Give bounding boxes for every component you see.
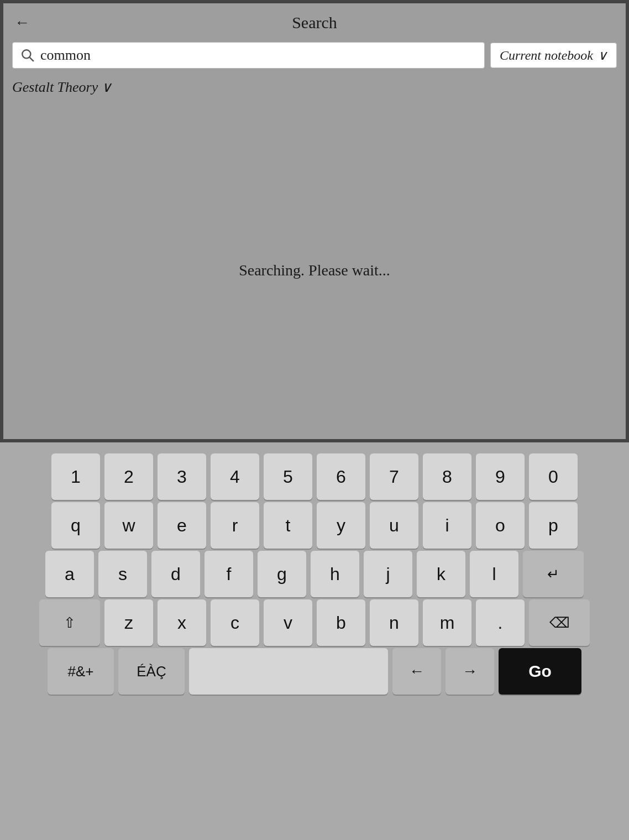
back-button[interactable]: ← (14, 14, 30, 32)
search-input[interactable] (40, 47, 476, 64)
search-bar-row: Current notebook ∨ (3, 42, 626, 75)
key-j[interactable]: j (364, 551, 412, 597)
search-input-wrapper[interactable] (12, 42, 485, 69)
status-area: Searching. Please wait... (3, 101, 626, 439)
key-r[interactable]: r (211, 502, 259, 549)
keyboard-row-numbers: 1 2 3 4 5 6 7 8 9 0 (6, 453, 623, 500)
key-e[interactable]: e (158, 502, 206, 549)
key-x[interactable]: x (158, 599, 206, 646)
notebook-selector[interactable]: Current notebook ∨ (490, 43, 617, 68)
key-9[interactable]: 9 (476, 453, 525, 500)
key-t[interactable]: t (264, 502, 312, 549)
key-n[interactable]: n (370, 599, 418, 646)
shift-key[interactable]: ⇧ (39, 599, 100, 646)
key-i[interactable]: i (423, 502, 471, 549)
key-a[interactable]: a (45, 551, 94, 597)
keyboard-row-asdf: a s d f g h j k l ↵ (6, 551, 623, 597)
accents-key[interactable]: ÉÀÇ (118, 648, 185, 695)
key-g[interactable]: g (258, 551, 306, 597)
key-d[interactable]: d (151, 551, 200, 597)
keyboard-row-zxcv: ⇧ z x c v b n m . ⌫ (6, 599, 623, 646)
key-z[interactable]: z (104, 599, 153, 646)
filter-row: Gestalt Theory ∨ (3, 75, 626, 101)
key-p[interactable]: p (529, 502, 578, 549)
filter-chevron-icon: ∨ (101, 79, 112, 96)
key-m[interactable]: m (423, 599, 471, 646)
key-b[interactable]: b (317, 599, 365, 646)
notebook-selector-label: Current notebook (500, 48, 593, 63)
filter-label-text: Gestalt Theory (12, 79, 98, 96)
key-0[interactable]: 0 (529, 453, 578, 500)
key-4[interactable]: 4 (211, 453, 259, 500)
back-icon: ← (14, 14, 30, 32)
symbols-key[interactable]: #&+ (48, 648, 114, 695)
app-screen: ← Search Current notebook ∨ Gestalt Theo… (0, 0, 629, 442)
key-w[interactable]: w (104, 502, 153, 549)
space-key[interactable] (189, 648, 388, 695)
arrow-left-key[interactable]: ← (392, 648, 441, 695)
key-s[interactable]: s (98, 551, 147, 597)
keyboard-row-bottom: #&+ ÉÀÇ ← → Go (6, 648, 623, 695)
key-c[interactable]: c (211, 599, 259, 646)
key-period[interactable]: . (476, 599, 525, 646)
key-f[interactable]: f (205, 551, 253, 597)
backspace-key[interactable]: ⌫ (529, 599, 590, 646)
key-h[interactable]: h (311, 551, 359, 597)
enter-key[interactable]: ↵ (523, 551, 584, 597)
key-7[interactable]: 7 (370, 453, 418, 500)
key-q[interactable]: q (51, 502, 100, 549)
notebook-filter[interactable]: Gestalt Theory ∨ (12, 79, 112, 96)
go-button[interactable]: Go (499, 648, 581, 695)
header: ← Search (3, 3, 626, 42)
key-8[interactable]: 8 (423, 453, 471, 500)
keyboard-row-qwerty: q w e r t y u i o p (6, 502, 623, 549)
key-1[interactable]: 1 (51, 453, 100, 500)
search-icon (20, 48, 35, 62)
keyboard-area: 1 2 3 4 5 6 7 8 9 0 q w e r t y u i o p … (0, 442, 629, 840)
svg-line-1 (30, 58, 34, 61)
key-y[interactable]: y (317, 502, 365, 549)
key-l[interactable]: l (470, 551, 518, 597)
chevron-down-icon: ∨ (597, 48, 607, 63)
key-3[interactable]: 3 (158, 453, 206, 500)
key-v[interactable]: v (264, 599, 312, 646)
page-title: Search (292, 13, 337, 32)
key-k[interactable]: k (417, 551, 465, 597)
key-u[interactable]: u (370, 502, 418, 549)
svg-point-0 (22, 50, 30, 58)
status-text: Searching. Please wait... (239, 262, 390, 279)
key-5[interactable]: 5 (264, 453, 312, 500)
arrow-right-key[interactable]: → (445, 648, 494, 695)
key-6[interactable]: 6 (317, 453, 365, 500)
key-o[interactable]: o (476, 502, 525, 549)
key-2[interactable]: 2 (104, 453, 153, 500)
